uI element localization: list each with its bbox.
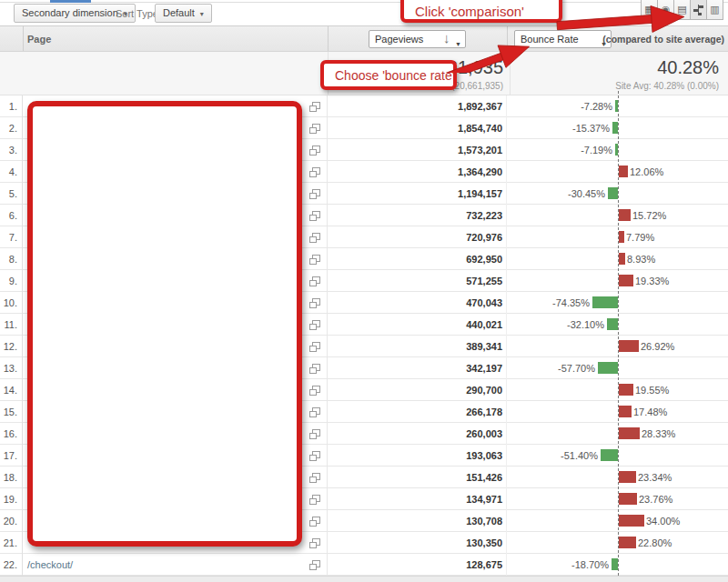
- bounce-rate-comparison-cell: 19.33%: [510, 270, 728, 292]
- open-page-icon[interactable]: [312, 560, 320, 567]
- bounce-rate-comparison-cell: -32.10%: [510, 314, 728, 336]
- pageviews-value: 130,350: [328, 532, 507, 554]
- delta-label: 23.76%: [639, 488, 672, 510]
- secondary-dimension-label: Secondary dimension: [22, 7, 118, 18]
- comparison-view-button[interactable]: [690, 0, 707, 20]
- bounce-rate-comparison-cell: 28.33%: [510, 423, 728, 445]
- delta-label: 8.93%: [627, 248, 655, 270]
- comparison-axis: [618, 91, 619, 576]
- delta-label: 19.33%: [635, 270, 669, 292]
- open-page-icon[interactable]: [312, 233, 320, 240]
- open-page-icon[interactable]: [312, 538, 320, 546]
- row-index: 4.: [0, 161, 23, 183]
- bounce-rate-comparison-cell: 23.34%: [510, 467, 728, 488]
- table-view-icon: ▦: [644, 4, 653, 15]
- row-index: 13.: [0, 357, 23, 379]
- compared-to-site-average-note: (compared to site average): [602, 26, 724, 52]
- delta-label: 22.80%: [638, 532, 672, 554]
- row-index: 6.: [0, 205, 23, 226]
- delta-label: 7.79%: [626, 226, 654, 248]
- metric-select[interactable]: Pageviews▼: [369, 30, 466, 48]
- pageviews-value: 1,892,367: [328, 95, 507, 117]
- open-page-icon[interactable]: [312, 102, 320, 109]
- bounce-rate-total-cell: 40.28% Site Avg: 40.28% (0.00%): [510, 52, 728, 91]
- bounce-rate-comparison-cell: -74.35%: [510, 292, 728, 314]
- toolbar: Secondary dimension▾ Sort Type: Default▾…: [0, 0, 728, 25]
- sort-direction-icon[interactable]: ↓: [443, 30, 450, 45]
- bounce-rate-total: 40.28%: [510, 57, 719, 78]
- open-page-icon[interactable]: [312, 124, 320, 131]
- row-index: 18.: [0, 467, 23, 488]
- open-page-icon[interactable]: [312, 211, 320, 218]
- open-page-icon[interactable]: [312, 451, 320, 458]
- open-page-icon[interactable]: [312, 189, 320, 196]
- open-page-icon[interactable]: [312, 473, 320, 480]
- open-page-icon[interactable]: [312, 386, 320, 393]
- open-page-icon[interactable]: [312, 255, 320, 262]
- bounce-rate-comparison-cell: 8.93%: [510, 248, 728, 270]
- row-index: 19.: [0, 488, 23, 510]
- row-index: 9.: [0, 270, 23, 292]
- bounce-rate-comparison-cell: 34.00%: [510, 510, 728, 532]
- delta-label: 28.33%: [642, 423, 675, 445]
- open-page-icon[interactable]: [312, 146, 320, 153]
- column-divider: [328, 26, 329, 51]
- callout-click-comparison: Click 'comparison': [400, 0, 562, 23]
- pageviews-value: 342,197: [328, 357, 507, 379]
- page-link[interactable]: /checkout/: [27, 559, 73, 570]
- column-divider: [23, 26, 24, 51]
- row-index: 5.: [0, 183, 23, 205]
- below-average-bar: [592, 296, 618, 308]
- callout-choose-bounce-rate: Choose 'bounce rate': [320, 60, 457, 90]
- above-average-bar: [619, 231, 624, 243]
- pageviews-value: 193,063: [328, 445, 507, 467]
- bounce-rate-comparison-cell: -7.28%: [510, 95, 728, 117]
- open-page-icon[interactable]: [312, 517, 320, 524]
- table-view-button[interactable]: ▦: [641, 0, 658, 20]
- pageviews-value: 1,573,201: [328, 139, 507, 161]
- percentage-view-button[interactable]: ◉: [657, 0, 674, 20]
- open-page-icon[interactable]: [312, 342, 320, 349]
- bounce-rate-comparison-cell: 12.06%: [510, 161, 728, 183]
- row-index: 3.: [0, 139, 23, 161]
- row-index: 8.: [0, 248, 23, 270]
- open-page-icon[interactable]: [312, 364, 320, 371]
- pageviews-value: 732,223: [328, 205, 507, 226]
- pageviews-value: 440,021: [328, 314, 507, 336]
- open-page-icon[interactable]: [312, 276, 320, 284]
- row-index: 22.: [0, 554, 23, 576]
- pageviews-value: 1,364,290: [328, 161, 507, 183]
- row-index: 1.: [0, 95, 23, 117]
- bounce-rate-comparison-cell: 23.76%: [510, 488, 728, 510]
- delta-label: 23.34%: [638, 467, 672, 488]
- row-index: 17.: [0, 445, 23, 467]
- above-average-bar: [619, 340, 639, 352]
- pageviews-value: 1,194,157: [328, 183, 507, 205]
- callout-comparison-text: Click 'comparison': [415, 4, 524, 19]
- delta-label: -15.37%: [572, 117, 610, 139]
- pageviews-value: 151,426: [328, 467, 507, 488]
- performance-view-button[interactable]: ▤: [673, 0, 691, 20]
- open-page-icon[interactable]: [312, 407, 320, 415]
- open-page-icon[interactable]: [312, 167, 320, 175]
- open-page-icon[interactable]: [312, 298, 320, 306]
- pageviews-value: 260,003: [328, 423, 507, 445]
- column-divider: [507, 26, 508, 51]
- pageviews-value: 134,971: [328, 488, 507, 510]
- comparison-metric-select[interactable]: Bounce Rate▼: [514, 30, 612, 48]
- open-page-icon[interactable]: [312, 495, 320, 502]
- open-page-icon[interactable]: [312, 429, 320, 436]
- bounce-rate-comparison-cell: 7.79%: [510, 226, 728, 248]
- sort-type-default-button[interactable]: Default▾: [155, 4, 212, 23]
- below-average-bar: [608, 187, 618, 199]
- delta-label: -57.70%: [558, 357, 595, 379]
- pivot-view-button[interactable]: ▥: [706, 0, 723, 20]
- row-index: 11.: [0, 314, 23, 336]
- open-page-icon[interactable]: [312, 320, 320, 327]
- above-average-bar: [619, 209, 631, 221]
- row-index: 10.: [0, 292, 23, 314]
- chevron-down-icon: ▾: [200, 10, 204, 18]
- delta-label: -32.10%: [567, 314, 604, 336]
- bounce-rate-comparison-cell: -7.19%: [510, 139, 728, 161]
- above-average-bar: [619, 493, 637, 505]
